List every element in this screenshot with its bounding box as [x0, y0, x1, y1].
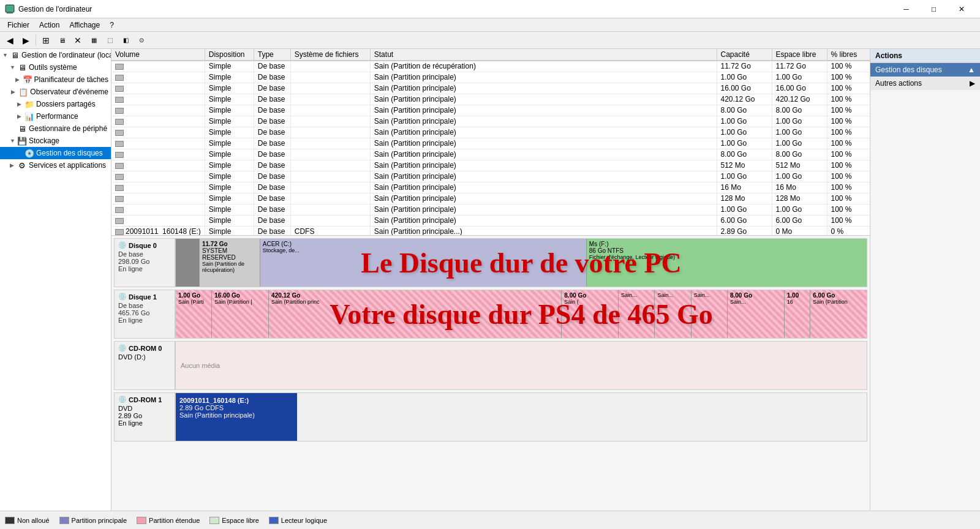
table-row[interactable]: Simple De base Sain (Partition principal… [111, 138, 870, 149]
right-panel-section1[interactable]: Gestion des disques ▲ [870, 63, 980, 77]
disk1-p4[interactable]: 8.00 Go Sain ( [562, 290, 619, 338]
sidebar-planif[interactable]: ▶ 📅 Planificateur de tâches [0, 73, 111, 86]
toolbar-back[interactable]: ◀ [2, 34, 17, 47]
menu-affichage[interactable]: Affichage [64, 20, 105, 31]
sidebar-stockage[interactable]: ▼ 💾 Stockage [0, 135, 111, 147]
col-disposition[interactable]: Disposition [205, 49, 254, 61]
cell-statut: Sain (Partition de récupération) [370, 61, 717, 72]
table-row[interactable]: Simple De base Sain (Partition principal… [111, 127, 870, 138]
disk1-p5[interactable]: Sain... [619, 290, 655, 338]
table-row[interactable]: Simple De base Sain (Partition principal… [111, 171, 870, 182]
toolbar-btn2[interactable]: 🖥 [55, 34, 69, 47]
table-row[interactable]: Simple De base Sain (Partition principal… [111, 94, 870, 105]
minimize-button[interactable]: ─ [892, 0, 920, 18]
cell-libre: 1.00 Go [772, 204, 827, 215]
cell-fs [290, 160, 370, 171]
table-row[interactable]: Simple De base Sain (Partition principal… [111, 116, 870, 127]
cdrom1-partitions: 20091011_160148 (E:) 2.89 Go CDFS Sain (… [175, 392, 867, 441]
cell-libre: 512 Mo [772, 160, 827, 171]
sidebar-observ[interactable]: ▶ 📋 Observateur d'événeme [0, 86, 111, 98]
services-icon: ⚙ [17, 160, 27, 170]
disk1-p6[interactable]: Sain... [655, 290, 691, 338]
cell-statut: Sain (Partition principale) [370, 83, 717, 94]
sidebar-gestiondisques[interactable]: 💿 Gestion des disques [0, 147, 111, 159]
right-panel-autres[interactable]: Autres actions ▶ [870, 77, 980, 90]
toolbar-btn1[interactable]: ⊞ [39, 34, 53, 47]
cell-libre: 1.00 Go [772, 72, 827, 83]
menu-fichier[interactable]: Fichier [2, 20, 34, 31]
cell-statut: Sain (Partition principale) [370, 171, 717, 182]
toolbar-btn6[interactable]: ◧ [118, 34, 133, 47]
disk0-p2-fs: Stockage, de... [263, 247, 584, 253]
toolbar-forward[interactable]: ▶ [18, 34, 33, 47]
col-volume[interactable]: Volume [111, 49, 205, 61]
sidebar-services[interactable]: ▶ ⚙ Services et applications [0, 159, 111, 171]
cdrom1-block[interactable]: 20091011_160148 (E:) 2.89 Go CDFS Sain (… [176, 393, 297, 441]
col-statut[interactable]: Statut [370, 49, 717, 61]
col-pct[interactable]: % libres [827, 49, 870, 61]
toolbar-btn3[interactable]: ✕ [70, 34, 85, 47]
cell-volume [111, 215, 205, 226]
cdrom1-part-fs: 2.89 Go CDFS [179, 404, 293, 411]
col-capacite[interactable]: Capacité [717, 49, 772, 61]
toolbar-btn4[interactable]: ▦ [86, 34, 101, 47]
cell-capacite: 420.12 Go [717, 94, 772, 105]
cell-libre: 1.00 Go [772, 171, 827, 182]
disk1-p10[interactable]: 6.00 Go Sain (Partition [810, 290, 867, 338]
col-fs[interactable]: Système de fichiers [290, 49, 370, 61]
maximize-button[interactable]: □ [920, 0, 948, 18]
col-libre[interactable]: Espace libre [772, 49, 827, 61]
disk-table[interactable]: Volume Disposition Type Système de fichi… [111, 49, 870, 236]
sidebar-root[interactable]: ▼ 🖥 Gestion de l'ordinateur (local) [0, 49, 111, 61]
app-icon [5, 4, 15, 14]
table-row[interactable]: Simple De base Sain (Partition principal… [111, 160, 870, 171]
disk0-partitions[interactable]: 11.72 Go SYSTEM RESERVED Sain (Partition… [175, 238, 867, 287]
table-row[interactable]: Simple De base Sain (Partition principal… [111, 83, 870, 94]
cell-statut: Sain (Partition principale) [370, 160, 717, 171]
sidebar-dossiers[interactable]: ▶ 📁 Dossiers partagés [0, 98, 111, 110]
toolbar-btn7[interactable]: ⊙ [134, 34, 149, 47]
disk0-unalloc[interactable] [176, 239, 200, 287]
cell-disposition: Simple [205, 116, 254, 127]
disk1-p7[interactable]: Sain... [692, 290, 728, 338]
table-row[interactable]: Simple De base Sain (Partition principal… [111, 72, 870, 83]
disk1-p8[interactable]: 8.00 Go Sain... [728, 290, 785, 338]
disk1-p1[interactable]: 1.00 Go Sain (Parti [176, 290, 212, 338]
cell-fs [290, 204, 370, 215]
table-row[interactable]: Simple De base Sain (Partition de récupé… [111, 61, 870, 72]
disk1-p2[interactable]: 16.00 Go Sain (Partition | [212, 290, 269, 338]
menu-aide[interactable]: ? [105, 20, 119, 31]
cell-disposition: Simple [205, 149, 254, 160]
cell-pct: 100 % [827, 138, 870, 149]
disk0-recovery[interactable]: 11.72 Go SYSTEM RESERVED Sain (Partition… [200, 239, 260, 287]
cell-volume [111, 83, 205, 94]
close-button[interactable]: ✕ [948, 0, 975, 18]
col-type[interactable]: Type [254, 49, 290, 61]
table-row[interactable]: Simple De base Sain (Partition principal… [111, 105, 870, 116]
disk1-label: 💿 Disque 1 De base 465.76 Go En ligne [114, 290, 175, 339]
table-row[interactable]: Simple De base Sain (Partition principal… [111, 149, 870, 160]
menu-action[interactable]: Action [34, 20, 64, 31]
table-row[interactable]: Simple De base Sain (Partition principal… [111, 182, 870, 193]
disk1-partitions[interactable]: 1.00 Go Sain (Parti 16.00 Go Sain (Parti… [175, 290, 867, 339]
table-row[interactable]: Simple De base Sain (Partition principal… [111, 204, 870, 215]
sidebar-perf[interactable]: ▶ 📊 Performance [0, 110, 111, 122]
planif-icon: 📅 [23, 75, 32, 84]
table-row[interactable]: 20091011_160148 (E:) Simple De base CDFS… [111, 226, 870, 236]
table-row[interactable]: Simple De base Sain (Partition principal… [111, 193, 870, 204]
disk0-ms[interactable]: Ms (F:) 86 Go NTFS Fichier d'échange, Le… [587, 239, 867, 287]
cell-fs [290, 61, 370, 72]
disk1-p5-s: Sain... [621, 292, 652, 298]
disk1-p9[interactable]: 1.00 16 [785, 290, 811, 338]
svg-rect-0 [6, 5, 14, 12]
toolbar-btn5[interactable]: ⬚ [102, 34, 117, 47]
table-row[interactable]: Simple De base Sain (Partition principal… [111, 215, 870, 226]
cell-capacite: 16.00 Go [717, 83, 772, 94]
sidebar-outils[interactable]: ▼ 🖥 Outils système [0, 61, 111, 73]
cell-libre: 1.00 Go [772, 127, 827, 138]
sidebar-gestperiph[interactable]: 🖥 Gestionnaire de périphé [0, 122, 111, 135]
disk0-acer[interactable]: ACER (C:) Stockage, de... [260, 239, 587, 287]
cell-fs [290, 215, 370, 226]
disk0-type: De base [118, 250, 171, 258]
disk1-p3[interactable]: 420.12 Go Sain (Partition princ [269, 290, 562, 338]
